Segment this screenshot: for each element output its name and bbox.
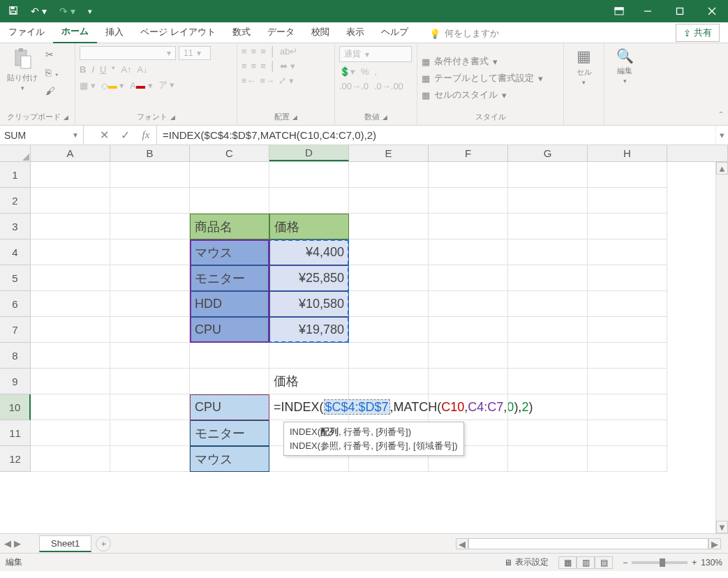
copy-icon[interactable]: ⎘ ▾ <box>43 66 61 80</box>
normal-view-button[interactable]: ▦ <box>558 556 577 569</box>
cell[interactable] <box>31 239 110 265</box>
cell[interactable] <box>588 188 667 214</box>
cell-D7[interactable]: ¥19,780 <box>269 317 349 343</box>
zoom-out-icon[interactable]: − <box>623 558 627 568</box>
vertical-scrollbar[interactable]: ▲ ▼ <box>715 162 728 533</box>
cell[interactable] <box>588 162 667 188</box>
cell[interactable] <box>588 265 667 291</box>
cell[interactable] <box>508 214 588 239</box>
cell[interactable] <box>508 317 588 343</box>
align-left-icon[interactable]: ≡ <box>242 61 247 71</box>
italic-button[interactable]: I <box>91 64 94 75</box>
font-color-button[interactable]: A▬ ▾ <box>130 80 152 91</box>
cell[interactable] <box>508 394 588 420</box>
editing-button[interactable]: 🔍 編集 ▾ <box>614 46 637 86</box>
col-header-H[interactable]: H <box>588 145 667 161</box>
col-header-B[interactable]: B <box>110 145 190 161</box>
cell[interactable] <box>588 394 667 420</box>
collapse-ribbon-icon[interactable]: ˆ <box>720 110 722 121</box>
share-button[interactable]: ⇪ 共有 <box>676 24 720 42</box>
decrease-decimal-icon[interactable]: .0→.00 <box>374 81 403 91</box>
sheet-nav[interactable]: ◀▶ <box>0 538 25 549</box>
cell[interactable] <box>349 343 429 369</box>
new-sheet-button[interactable]: ＋ <box>96 536 111 551</box>
cell[interactable] <box>110 188 190 214</box>
cell[interactable] <box>429 188 508 214</box>
font-size-combo[interactable]: 11▾ <box>179 46 211 60</box>
close-button[interactable] <box>696 0 728 22</box>
row-header-6[interactable]: 6 <box>0 291 31 317</box>
merge-center-icon[interactable]: ⬌ ▾ <box>280 61 295 71</box>
increase-indent-icon[interactable]: ≡→ <box>260 75 275 86</box>
dialog-launcher-icon[interactable]: ◢ <box>170 114 175 121</box>
select-all-corner[interactable] <box>0 145 31 161</box>
row-header-10[interactable]: 10 <box>0 394 31 420</box>
minimize-button[interactable] <box>632 0 664 22</box>
cell[interactable] <box>508 162 588 188</box>
cell[interactable] <box>508 291 588 317</box>
borders-button[interactable]: ▦ ▾ <box>80 80 96 91</box>
redo-icon[interactable]: ↷ ▾ <box>57 4 78 18</box>
cell[interactable] <box>588 239 667 265</box>
save-icon[interactable] <box>6 4 21 19</box>
cell[interactable] <box>31 214 110 239</box>
cell[interactable] <box>508 239 588 265</box>
cell-D3[interactable]: 価格 <box>269 214 349 239</box>
number-format-combo[interactable]: 通貨▾ <box>339 46 412 62</box>
row-header-1[interactable]: 1 <box>0 162 31 188</box>
page-break-view-button[interactable]: ▤ <box>595 556 613 569</box>
cell-D6[interactable]: ¥10,580 <box>269 291 349 317</box>
cell-D5[interactable]: ¥25,850 <box>269 265 349 291</box>
align-center-icon[interactable]: ≡ <box>251 61 257 71</box>
cell-C3[interactable]: 商品名 <box>190 214 269 239</box>
tell-me[interactable]: 💡 何をしますか <box>425 24 503 43</box>
zoom-in-icon[interactable]: + <box>692 558 697 568</box>
tab-view[interactable]: 表示 <box>338 22 373 43</box>
col-header-blank[interactable] <box>667 145 728 161</box>
cell[interactable] <box>31 265 110 291</box>
tab-help[interactable]: ヘルプ <box>373 22 417 43</box>
cell[interactable] <box>31 188 110 214</box>
cell-C4[interactable]: マウス <box>190 239 269 265</box>
cell[interactable] <box>31 291 110 317</box>
cell[interactable] <box>588 214 667 239</box>
cell[interactable] <box>110 291 190 317</box>
cell[interactable] <box>31 369 110 394</box>
cell[interactable] <box>349 239 429 265</box>
cell[interactable] <box>269 188 349 214</box>
tab-file[interactable]: ファイル <box>0 22 53 43</box>
cell[interactable] <box>429 265 508 291</box>
cell[interactable] <box>110 239 190 265</box>
decrease-font-icon[interactable]: A↓ <box>138 64 148 75</box>
cell[interactable] <box>508 446 588 472</box>
col-header-A[interactable]: A <box>31 145 110 161</box>
format-as-table-button[interactable]: ▦テーブルとして書式設定 ▾ <box>422 72 543 84</box>
scroll-right-icon[interactable]: ▶ <box>708 538 721 549</box>
row-header-8[interactable]: 8 <box>0 343 31 369</box>
cell[interactable] <box>110 317 190 343</box>
cell-C10[interactable]: CPU <box>190 394 269 420</box>
scroll-down-icon[interactable]: ▼ <box>716 521 728 533</box>
cell[interactable] <box>110 446 190 472</box>
row-header-9[interactable]: 9 <box>0 369 31 394</box>
tab-review[interactable]: 校閲 <box>303 22 338 43</box>
zoom-slider[interactable] <box>632 561 688 564</box>
zoom-value[interactable]: 130% <box>701 558 722 568</box>
align-top-icon[interactable]: ≡ <box>242 46 247 57</box>
dialog-launcher-icon[interactable]: ◢ <box>64 114 68 121</box>
tab-page-layout[interactable]: ページ レイアウト <box>132 22 224 43</box>
cell[interactable] <box>349 214 429 239</box>
row-header-12[interactable]: 12 <box>0 446 31 472</box>
underline-button[interactable]: U <box>100 64 106 75</box>
align-middle-icon[interactable]: ≡ <box>251 46 257 57</box>
align-bottom-icon[interactable]: ≡ <box>260 46 266 57</box>
cell-D4[interactable]: ¥4,400 <box>269 239 349 265</box>
row-header-2[interactable]: 2 <box>0 188 31 214</box>
cell[interactable] <box>349 188 429 214</box>
cell[interactable] <box>110 394 190 420</box>
cell[interactable] <box>31 394 110 420</box>
fill-color-button[interactable]: ◇▬ ▾ <box>101 80 125 91</box>
cell-D10-active[interactable]: =INDEX($C$4:$D$7,MATCH(C10,C4:C7,0),2) <box>269 394 349 420</box>
cell[interactable] <box>31 317 110 343</box>
formula-enter-button[interactable]: ✓ <box>114 128 135 142</box>
